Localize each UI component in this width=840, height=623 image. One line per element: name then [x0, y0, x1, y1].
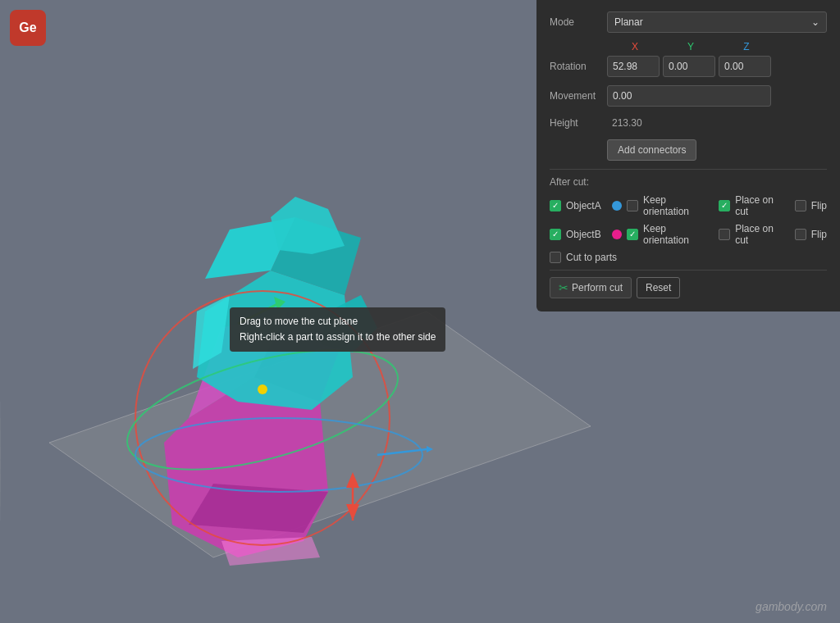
scissors-icon: ✂: [559, 281, 568, 294]
divider2: [550, 270, 827, 271]
objectb-flip-checkbox[interactable]: [795, 229, 806, 240]
rotation-y-input[interactable]: [663, 56, 715, 77]
objectb-place-on-cut-checkbox[interactable]: [719, 229, 730, 240]
rotation-inputs: [607, 56, 827, 77]
mode-label: Mode: [550, 16, 607, 28]
y-axis-label: Y: [663, 41, 719, 52]
objecta-checkbox[interactable]: [550, 200, 561, 211]
height-row: Height 213.30: [550, 115, 827, 131]
objecta-keep-orientation-label: Keep orientation: [643, 194, 709, 217]
rotation-z-input[interactable]: [719, 56, 771, 77]
cut-to-parts-label: Cut to parts: [566, 252, 617, 263]
objectb-keep-orientation-checkbox[interactable]: [627, 229, 638, 240]
movement-row: Movement: [550, 85, 827, 107]
objectb-keep-orientation-label: Keep orientation: [643, 223, 709, 246]
mode-row: Mode Planar ⌄: [550, 11, 827, 33]
chevron-down-icon: ⌄: [811, 16, 819, 28]
reset-button[interactable]: Reset: [637, 277, 680, 298]
svg-marker-14: [271, 197, 345, 254]
cut-to-parts-checkbox[interactable]: [550, 252, 561, 263]
cut-to-parts-row: Cut to parts: [550, 252, 827, 263]
xyz-header: X Y Z: [550, 41, 827, 52]
divider: [550, 169, 827, 170]
after-cut-label: After cut:: [550, 176, 827, 188]
objectb-label: ObjectB: [566, 229, 607, 240]
objecta-flip-checkbox[interactable]: [795, 200, 806, 211]
joint-dot: [258, 384, 267, 394]
mode-select[interactable]: Planar ⌄: [607, 11, 827, 33]
object-cyan: [193, 197, 377, 410]
height-label: Height: [550, 117, 607, 129]
mode-value: Planar: [614, 16, 643, 28]
height-value: 213.30: [607, 115, 647, 131]
add-connectors-row: Add connectors: [550, 139, 827, 161]
z-axis-label: Z: [719, 41, 774, 52]
objecta-place-on-cut-label: Place on cut: [735, 194, 785, 217]
objectb-row: ObjectB Keep orientation Place on cut Fl…: [550, 223, 827, 246]
perform-row: ✂ Perform cut Reset: [550, 277, 827, 298]
objecta-flip-label: Flip: [811, 200, 827, 211]
objectb-place-on-cut-label: Place on cut: [735, 223, 785, 246]
watermark: gambody.com: [756, 600, 827, 613]
objecta-place-on-cut-checkbox[interactable]: [719, 200, 730, 211]
objecta-color-dot: [612, 201, 622, 211]
objecta-keep-orientation-checkbox[interactable]: [627, 200, 638, 211]
objecta-label: ObjectA: [566, 200, 607, 211]
movement-label: Movement: [550, 90, 607, 102]
perform-cut-button[interactable]: ✂ Perform cut: [550, 277, 632, 298]
objecta-row: ObjectA Keep orientation Place on cut Fl…: [550, 194, 827, 217]
objectb-flip-label: Flip: [811, 229, 827, 240]
add-connectors-button[interactable]: Add connectors: [607, 139, 696, 161]
x-axis-label: X: [607, 41, 663, 52]
objectb-color-dot: [612, 230, 622, 239]
objectb-checkbox[interactable]: [550, 229, 561, 240]
settings-panel: Mode Planar ⌄ X Y Z Rotation Movement He…: [536, 0, 840, 312]
app-logo: Ge: [10, 10, 46, 46]
perform-cut-label: Perform cut: [572, 282, 623, 293]
svg-marker-10: [221, 537, 320, 566]
rotation-x-input[interactable]: [607, 56, 660, 77]
rotation-row: Rotation: [550, 56, 827, 77]
movement-input[interactable]: [607, 85, 771, 107]
rotation-label: Rotation: [550, 61, 607, 72]
